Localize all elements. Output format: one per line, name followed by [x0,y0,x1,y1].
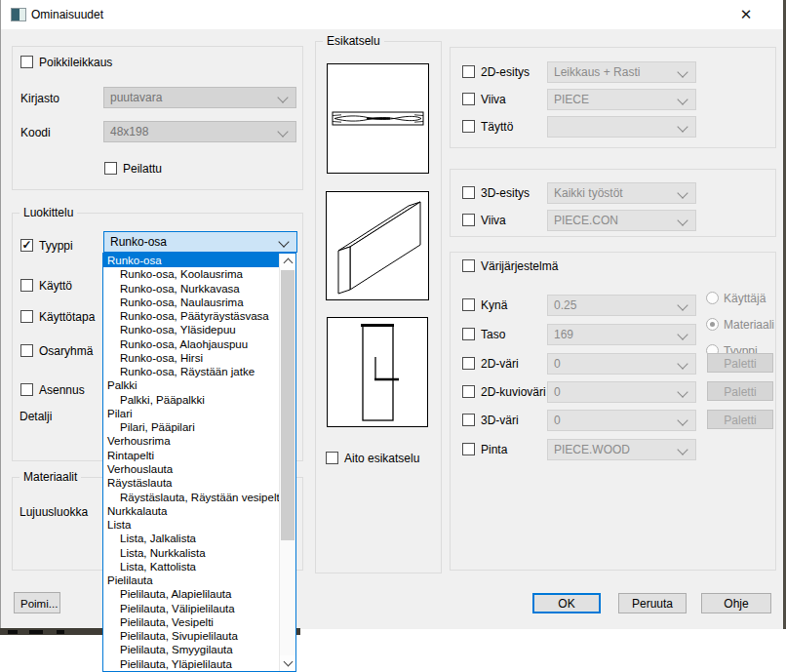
peruuta-button[interactable]: Peruuta [618,593,687,613]
koodi-label: Koodi [20,127,51,139]
dropdown-item[interactable]: Lista, Jalkalista [103,532,280,545]
osaryhma-checkbox[interactable] [20,344,33,357]
dropdown-item[interactable]: Rintapelti [103,449,280,462]
dropdown-item[interactable]: Lista [103,518,280,532]
kayttaja-radio [706,292,719,304]
peilattu-checkbox[interactable] [104,162,117,175]
dropdown-item[interactable]: Runko-osa [103,254,280,267]
chevron-down-icon [677,94,688,104]
dropdown-item[interactable]: Räystäslauta, Räystään vesipelti [103,491,280,504]
dropdown-item[interactable]: Pielilauta, Smyygilauta [103,643,280,656]
dropdown-item[interactable]: Pilari [103,407,280,420]
chevron-down-icon [677,121,688,132]
radio-dot [710,322,715,327]
taso-value: 169 [554,328,573,341]
asennus-checkbox[interactable] [20,383,33,396]
scroll-up-icon [283,258,293,268]
dropdown-item[interactable]: Lista, Kattolista [103,560,280,573]
checkmark-icon: ✓ [21,240,32,251]
dropdown-item[interactable]: Nurkkalauta [103,504,280,518]
materiaali-radio [706,318,719,331]
tyyppi-select[interactable]: Runko-osa [103,231,297,253]
kyna-label: Kynä [481,299,507,312]
dropdown-item[interactable]: Pielilauta, Yläpielilauta [103,657,280,671]
kaytto-checkbox[interactable] [20,279,33,292]
beam-3d-drawing [327,192,428,299]
materiaalit-group-title: Materiaalit [20,470,81,484]
3d-esitys-checkbox[interactable] [462,186,475,199]
dropdown-item[interactable]: Runko-osa, Nurkkavasa [103,282,280,296]
dropdown-item[interactable]: Palkki [103,378,280,392]
close-button[interactable]: ✕ [727,0,766,29]
kirjasto-label: Kirjasto [20,93,59,105]
preview-section-view [327,317,428,427]
chevron-down-icon [277,126,288,137]
kayttotapa-checkbox[interactable] [20,310,33,323]
scrollbar-thumb[interactable] [281,270,295,540]
kyna-checkbox[interactable] [462,298,475,311]
2d-esitys-checkbox[interactable] [462,65,475,78]
kyna-select: 0.25 [547,295,696,316]
screen: Ominaisuudet ✕ Poikkileikkaus Kirjasto p… [0,0,786,672]
2d-kuviovari-label: 2D-kuvioväri [481,386,546,399]
dropdown-item[interactable]: Lista, Nurkkalista [103,546,280,560]
3d-vari-label: 3D-väri [481,415,519,427]
dropdown-item[interactable]: Runko-osa, Yläsidepuu [103,323,280,336]
3d-viiva-checkbox[interactable] [462,214,475,226]
kayttaja-radio-label: Käyttäjä [724,293,766,305]
3d-vari-value: 0 [554,414,561,427]
dropdown-item[interactable]: Verhouslauta [103,462,280,476]
3d-viiva-label: Viiva [481,215,506,227]
2d-esitys-select: Leikkaus + Rasti [547,61,696,83]
dropdown-item[interactable]: Runko-osa, Koolausrima [103,267,280,281]
2d-viiva-checkbox[interactable] [462,93,475,105]
dropdown-item[interactable]: Palkki, Pääpalkki [103,393,280,407]
pinta-checkbox[interactable] [462,443,475,455]
esikatselu-group-title: Esikatselu [323,34,384,48]
3d-vari-select: 0 [547,410,696,431]
dropdown-item[interactable]: Pilari, Pääpilari [103,420,280,434]
scroll-up-button[interactable] [280,254,295,269]
dropdown-scrollbar[interactable] [279,254,295,671]
varijarjestelma-checkbox[interactable] [462,259,475,272]
2d-vari-checkbox[interactable] [462,357,475,370]
tyyppi-checkbox[interactable]: ✓ [20,239,33,252]
title-bar[interactable]: Ominaisuudet ✕ [1,0,783,29]
2d-vari-select: 0 [547,353,696,375]
tyyppi-label: Tyyppi [39,240,73,253]
poikkileikkaus-label: Poikkileikkaus [39,57,112,69]
taytto-checkbox[interactable] [462,120,475,133]
2d-kuviovari-checkbox[interactable] [462,385,475,398]
dropdown-item[interactable]: Pielilauta, Välipielilauta [103,602,280,615]
scroll-down-button[interactable] [280,655,295,671]
poikkileikkaus-checkbox[interactable] [20,56,33,68]
dropdown-item[interactable]: Räystäslauta [103,476,280,490]
dropdown-item[interactable]: Pielilauta, Vesipelti [103,615,280,629]
pinta-value: PIECE.WOOD [554,443,630,456]
pinta-label: Pinta [481,444,507,456]
type-dropdown-list: Runko-osaRunko-osa, KoolausrimaRunko-osa… [102,253,296,672]
dropdown-item[interactable]: Runko-osa, Hirsi [103,351,280,365]
dropdown-item[interactable]: Verhousrima [103,434,280,448]
2d-esitys-value: Leikkaus + Rasti [554,65,640,79]
aito-esikatselu-checkbox[interactable] [326,452,338,464]
dropdown-item[interactable]: Pielilauta, Sivupielilauta [103,629,280,643]
ohje-button[interactable]: Ohje [701,593,771,613]
dropdown-item[interactable]: Runko-osa, Päätyräystäsvasa [103,309,280,323]
2d-viiva-value: PIECE [554,93,589,106]
dropdown-item[interactable]: Runko-osa, Alaohjauspuu [103,337,280,351]
taso-label: Taso [481,329,505,341]
dropdown-item[interactable]: Runko-osa, Räystään jatke [103,365,280,378]
chevron-down-icon [677,299,688,310]
taso-checkbox[interactable] [462,328,475,340]
ok-button[interactable]: OK [532,593,601,613]
2d-vari-label: 2D-väri [481,358,519,371]
background-artifact [8,630,18,634]
dropdown-item[interactable]: Pielilauta, Alapielilauta [103,587,280,601]
poimi-button[interactable]: Poimi... [14,592,60,613]
koodi-select: 48x198 [103,121,296,142]
kayttotapa-label: Käyttötapa [39,311,95,324]
dropdown-item[interactable]: Pielilauta [103,573,280,587]
dropdown-item[interactable]: Runko-osa, Naulausrima [103,296,280,309]
3d-vari-checkbox[interactable] [462,414,475,426]
